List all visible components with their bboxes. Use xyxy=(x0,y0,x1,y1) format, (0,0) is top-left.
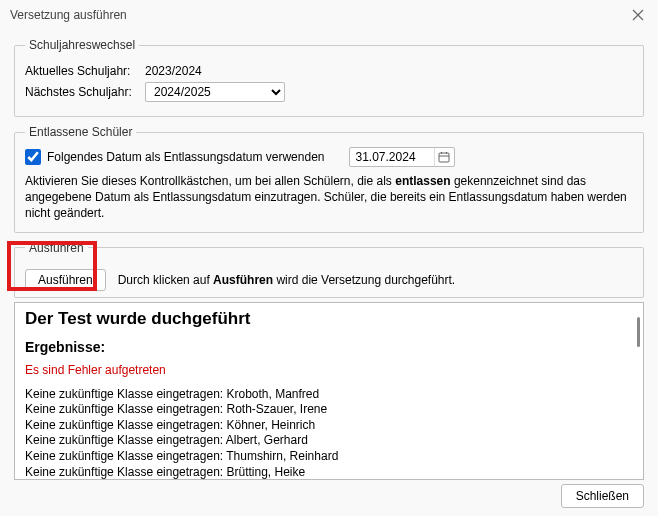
execute-group: Ausführen Ausführen Durch klicken auf Au… xyxy=(14,241,644,298)
release-date-input[interactable] xyxy=(350,150,434,164)
next-year-select[interactable]: 2024/2025 xyxy=(145,82,285,102)
next-year-label: Nächstes Schuljahr: xyxy=(25,85,145,99)
close-button[interactable]: Schließen xyxy=(561,484,644,508)
results-error-list: Keine zukünftige Klasse eingetragen: Kro… xyxy=(25,387,633,480)
results-title: Der Test wurde duchgeführt xyxy=(25,309,633,329)
execute-hint: Durch klicken auf Ausführen wird die Ver… xyxy=(118,273,455,287)
results-panel: Der Test wurde duchgeführt Ergebnisse: E… xyxy=(14,302,644,480)
window-title: Versetzung ausführen xyxy=(10,8,628,22)
results-error-line: Keine zukünftige Klasse eingetragen: Kro… xyxy=(25,387,633,403)
use-release-date-checkbox[interactable] xyxy=(25,149,41,165)
current-year-label: Aktuelles Schuljahr: xyxy=(25,64,145,78)
results-error-summary: Es sind Fehler aufgetreten xyxy=(25,363,633,377)
close-icon[interactable] xyxy=(628,5,648,25)
results-error-line: Keine zukünftige Klasse eingetragen: Köh… xyxy=(25,418,633,434)
calendar-icon[interactable] xyxy=(434,148,454,166)
results-subtitle: Ergebnisse: xyxy=(25,339,633,355)
dialog-footer: Schließen xyxy=(0,476,658,516)
svg-rect-0 xyxy=(439,153,449,162)
execute-legend: Ausführen xyxy=(25,241,88,255)
released-hint: Aktivieren Sie dieses Kontrollkästchen, … xyxy=(25,173,633,222)
use-release-date-label: Folgendes Datum als Entlassungsdatum ver… xyxy=(47,150,325,164)
schoolyear-group: Schuljahreswechsel Aktuelles Schuljahr: … xyxy=(14,38,644,117)
execute-button[interactable]: Ausführen xyxy=(25,269,106,291)
released-group: Entlassene Schüler Folgendes Datum als E… xyxy=(14,125,644,233)
released-legend: Entlassene Schüler xyxy=(25,125,136,139)
release-date-field[interactable] xyxy=(349,147,455,167)
schoolyear-legend: Schuljahreswechsel xyxy=(25,38,139,52)
titlebar: Versetzung ausführen xyxy=(0,0,658,30)
scrollbar-thumb[interactable] xyxy=(637,317,640,347)
results-error-line: Keine zukünftige Klasse eingetragen: Rot… xyxy=(25,402,633,418)
results-error-line: Keine zukünftige Klasse eingetragen: Thu… xyxy=(25,449,633,465)
current-year-value: 2023/2024 xyxy=(145,64,202,78)
results-error-line: Keine zukünftige Klasse eingetragen: Alb… xyxy=(25,433,633,449)
